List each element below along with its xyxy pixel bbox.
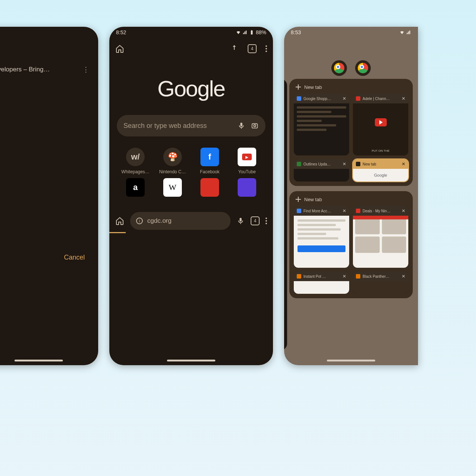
shortcut-icon: a xyxy=(126,178,145,197)
phone-screen-center: 8:52 88% 4 Google Search or type web add… xyxy=(109,27,273,365)
tab-group-title: New tab xyxy=(304,84,322,90)
shortcut-label: Facebook xyxy=(200,169,220,174)
signal-icon xyxy=(242,30,248,35)
status-time: 8:53 xyxy=(291,29,301,35)
chrome-window-icon[interactable] xyxy=(331,60,347,76)
shortcut-icon xyxy=(200,178,219,197)
tab-card[interactable]: Adele | Chann…✕ PUT ON THE xyxy=(353,94,408,155)
wifi-icon xyxy=(399,30,405,35)
tab-count-button[interactable]: 4 xyxy=(251,216,260,225)
tab-group[interactable]: New tab Google Shopp…✕ Adele | Chann…✕ P… xyxy=(289,79,413,186)
favicon xyxy=(356,96,360,101)
tab-title: Deals · My Nin… xyxy=(363,209,399,213)
play-icon xyxy=(375,118,387,126)
lens-icon[interactable] xyxy=(251,122,259,130)
shortcut-label: Nintendo C… xyxy=(159,169,186,174)
overflow-menu-icon[interactable] xyxy=(266,218,267,224)
shortcut-icon: W xyxy=(163,178,182,197)
tab-title: Instant Pot … xyxy=(303,274,340,279)
tab-card-active[interactable]: New tab✕ Google xyxy=(353,159,408,181)
close-icon[interactable]: ✕ xyxy=(402,274,405,279)
tab-group-title: New tab xyxy=(304,197,322,202)
home-icon[interactable] xyxy=(115,44,124,53)
tab-card[interactable]: Deals · My Nin…✕ xyxy=(353,206,408,268)
tab-count-button[interactable]: 4 xyxy=(248,44,257,53)
favicon xyxy=(356,274,360,279)
tab-card[interactable]: Instant Pot …✕ xyxy=(294,271,349,294)
cancel-button[interactable]: Cancel xyxy=(64,254,85,261)
shortcut-icon: ▶ xyxy=(238,148,256,166)
status-bar: 8:53 xyxy=(284,27,418,38)
tab-group-header[interactable]: New tab xyxy=(294,83,408,94)
search-bar[interactable]: Search or type web address xyxy=(117,115,266,136)
search-placeholder: Search or type web address xyxy=(123,122,232,130)
shortcut-tile[interactable]: W xyxy=(154,178,191,200)
more-icon[interactable]: ⋮ xyxy=(83,65,89,74)
close-icon[interactable]: ✕ xyxy=(342,208,346,213)
close-icon[interactable]: ✕ xyxy=(342,274,346,279)
tab-title: Google Shopp… xyxy=(303,97,340,101)
chrome-window-icon[interactable] xyxy=(355,60,371,76)
svg-rect-0 xyxy=(252,124,258,128)
history-item[interactable]: y xyxy=(0,77,98,98)
close-icon[interactable]: ✕ xyxy=(342,161,346,167)
wifi-icon xyxy=(236,30,241,35)
favicon xyxy=(297,162,301,166)
google-logo: Google xyxy=(109,76,273,102)
favicon xyxy=(297,209,301,213)
share-icon[interactable] xyxy=(230,44,239,53)
shortcuts-grid: w/ Whitepages… 🍄 Nintendo C… f Facebook … xyxy=(109,136,273,200)
shortcut-icon: f xyxy=(200,148,219,166)
tab-group[interactable]: New tab Find More Acc…✕ Deals · My Nin…✕… xyxy=(289,191,413,298)
shortcut-icon: 🍄 xyxy=(163,148,182,166)
window-switcher xyxy=(284,60,418,76)
favicon xyxy=(356,209,360,213)
history-item[interactable]: me Developers – Bring… ⋮ xyxy=(0,54,98,77)
svg-point-1 xyxy=(254,125,256,127)
tab-card[interactable]: Outlines Upda…✕ xyxy=(294,159,349,181)
plus-icon[interactable] xyxy=(295,196,301,202)
phone-screen-left: ws me Developers – Bring… ⋮ y Cancel xyxy=(0,27,98,365)
overflow-menu-icon[interactable] xyxy=(266,45,267,52)
close-icon[interactable]: ✕ xyxy=(402,161,405,167)
shortcut-tile[interactable] xyxy=(191,178,228,200)
phone-screen-right: 8:53 New tab Google Shopp…✕ xyxy=(284,27,418,365)
bottom-bar: i cgdc.org 4 xyxy=(109,212,273,230)
battery-icon xyxy=(249,30,254,35)
site-info-icon[interactable]: i xyxy=(136,218,143,224)
close-icon[interactable]: ✕ xyxy=(342,96,346,101)
tab-count-value: 4 xyxy=(254,218,257,223)
plus-icon[interactable] xyxy=(295,84,301,90)
browser-toolbar: 4 xyxy=(109,38,273,60)
battery-percent: 88% xyxy=(256,29,266,35)
tab-title: Outlines Upda… xyxy=(303,162,340,166)
shortcut-tile[interactable] xyxy=(228,178,266,200)
status-bar: 8:52 88% xyxy=(109,27,273,38)
shortcut-tile[interactable]: f Facebook xyxy=(191,148,228,174)
nav-home-bar[interactable] xyxy=(327,360,375,361)
tab-count-value: 4 xyxy=(251,46,254,51)
mic-icon[interactable] xyxy=(237,122,245,130)
nav-home-bar[interactable] xyxy=(15,360,63,361)
shortcut-tile[interactable]: 🍄 Nintendo C… xyxy=(154,148,191,174)
tab-card[interactable]: Black Panther…✕ xyxy=(353,271,408,294)
address-bar[interactable]: i cgdc.org xyxy=(130,212,231,230)
tab-groups-column[interactable]: New tab Google Shopp…✕ Adele | Chann…✕ P… xyxy=(284,79,418,365)
shortcut-label: YouTube xyxy=(238,169,255,174)
close-icon[interactable]: ✕ xyxy=(402,96,405,101)
close-icon[interactable]: ✕ xyxy=(402,208,405,213)
section-heading: ws xyxy=(0,27,98,54)
tab-card[interactable]: Find More Acc…✕ xyxy=(294,206,349,268)
shortcut-tile[interactable]: ▶ YouTube xyxy=(228,148,266,174)
status-time: 8:52 xyxy=(116,29,126,35)
favicon xyxy=(297,96,301,101)
shortcut-tile[interactable]: w/ Whitepages… xyxy=(117,148,154,174)
history-item-title: me Developers – Bring… xyxy=(0,66,50,73)
tab-card[interactable]: Google Shopp…✕ xyxy=(294,94,349,155)
shortcut-tile[interactable]: a xyxy=(117,178,154,200)
home-icon[interactable] xyxy=(115,216,124,225)
tab-title: New tab xyxy=(363,162,399,166)
nav-home-bar[interactable] xyxy=(167,360,215,361)
tab-group-header[interactable]: New tab xyxy=(294,196,408,206)
mic-icon[interactable] xyxy=(237,217,245,225)
